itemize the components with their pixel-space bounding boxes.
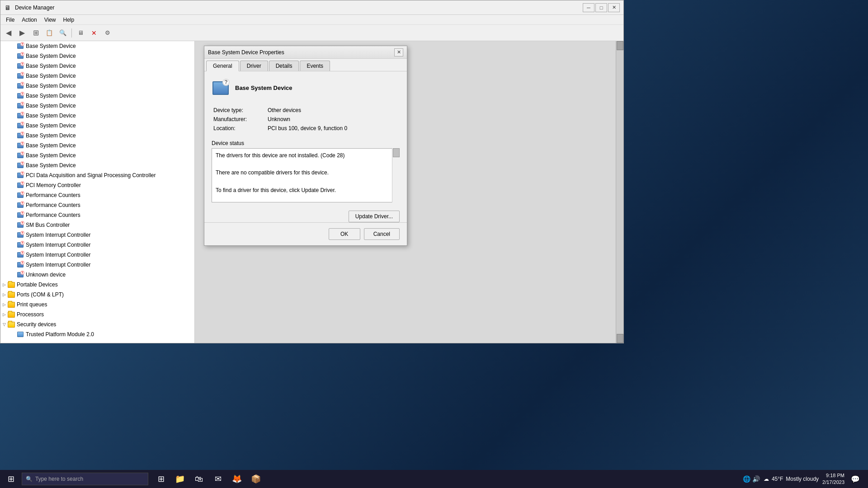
list-item[interactable]: ? Base System Device bbox=[0, 131, 194, 141]
tree-item-label: Ports (COM & LPT) bbox=[17, 291, 64, 298]
device-error-icon: ? bbox=[17, 231, 24, 239]
tree-item-label: Base System Device bbox=[26, 113, 76, 119]
tree-panel[interactable]: ? Base System Device ? Base System Devic… bbox=[0, 41, 195, 343]
device-error-icon: ? bbox=[17, 142, 24, 149]
expand-icon bbox=[9, 261, 17, 268]
list-item[interactable]: ? Base System Device bbox=[0, 91, 194, 101]
tab-events[interactable]: Events bbox=[300, 61, 330, 71]
list-item[interactable]: ? Base System Device bbox=[0, 101, 194, 111]
list-item[interactable]: ? System Interrupt Controller bbox=[0, 240, 194, 250]
list-item[interactable]: ▷ Portable Devices bbox=[0, 280, 194, 290]
tree-item-label: Base System Device bbox=[26, 132, 76, 139]
list-item[interactable]: ? PCI Memory Controller bbox=[0, 180, 194, 190]
tree-item-label: Base System Device bbox=[26, 43, 76, 49]
taskbar-app-task-view[interactable]: ⊞ bbox=[152, 470, 170, 488]
status-scrollbar[interactable] bbox=[392, 148, 400, 202]
tab-driver[interactable]: Driver bbox=[240, 61, 268, 71]
expand-icon bbox=[9, 221, 17, 229]
minimize-button[interactable]: ─ bbox=[583, 3, 594, 12]
list-item[interactable]: ? Base System Device bbox=[0, 81, 194, 91]
expand-icon bbox=[9, 122, 17, 129]
properties-toolbar-btn[interactable]: 📋 bbox=[43, 27, 56, 39]
start-button[interactable]: ⊞ bbox=[2, 470, 20, 488]
list-item[interactable]: ? Base System Device bbox=[0, 121, 194, 131]
menu-help[interactable]: Help bbox=[60, 16, 78, 24]
list-item[interactable]: ? Base System Device bbox=[0, 150, 194, 160]
list-item[interactable]: ? System Interrupt Controller bbox=[0, 260, 194, 270]
taskbar-app-unknown[interactable]: 📦 bbox=[247, 470, 265, 488]
list-item[interactable]: ? Base System Device bbox=[0, 61, 194, 71]
close-button[interactable]: ✕ bbox=[608, 3, 620, 12]
tree-item-label: System Interrupt Controller bbox=[26, 242, 90, 248]
show-device-manager-btn[interactable]: ⊞ bbox=[29, 27, 42, 39]
taskbar-right: 🌐 🔊 ☁ 45°F Mostly cloudy 9:18 PM 2/17/20… bbox=[743, 472, 866, 486]
scan-hardware-btn[interactable]: 🔍 bbox=[57, 27, 69, 39]
main-right-panel: Base System Device Properties ✕ General … bbox=[195, 41, 623, 343]
tab-details[interactable]: Details bbox=[269, 61, 299, 71]
list-item[interactable]: ? Unknown device bbox=[0, 270, 194, 280]
folder-icon bbox=[8, 281, 15, 288]
list-item[interactable]: ? Base System Device bbox=[0, 41, 194, 51]
content-area: ? Base System Device ? Base System Devic… bbox=[0, 41, 623, 343]
disable-device-btn[interactable]: ✕ bbox=[88, 27, 100, 39]
taskbar-app-firefox[interactable]: 🦊 bbox=[228, 470, 246, 488]
status-line-1: The drivers for this device are not inst… bbox=[216, 151, 396, 160]
list-item[interactable]: ? Base System Device bbox=[0, 51, 194, 61]
window-title: Device Manager bbox=[15, 5, 54, 11]
prop-location-value: PCI bus 100, device 9, function 0 bbox=[266, 124, 400, 133]
ok-button[interactable]: OK bbox=[329, 228, 360, 240]
expand-icon bbox=[9, 231, 17, 239]
list-item[interactable]: ? Base System Device bbox=[0, 160, 194, 170]
list-item[interactable]: ? Base System Device bbox=[0, 71, 194, 81]
search-icon: 🔍 bbox=[26, 476, 33, 482]
expand-icon bbox=[9, 82, 17, 89]
expand-icon bbox=[9, 102, 17, 109]
device-header: ? Base System Device bbox=[212, 79, 400, 97]
update-driver-toolbar-btn[interactable]: 🖥 bbox=[74, 27, 87, 39]
status-scroll-thumb[interactable] bbox=[393, 148, 400, 157]
taskbar-apps: ⊞ 📁 🛍 ✉ 🦊 📦 bbox=[152, 470, 265, 488]
device-icon bbox=[17, 331, 24, 338]
tree-item-label: Base System Device bbox=[26, 73, 76, 79]
list-item[interactable]: ? System Interrupt Controller bbox=[0, 230, 194, 240]
device-status-box[interactable]: The drivers for this device are not inst… bbox=[212, 148, 400, 202]
action-toolbar-btn[interactable]: ⚙ bbox=[101, 27, 114, 39]
taskbar-app-store[interactable]: 🛍 bbox=[190, 470, 208, 488]
list-item[interactable]: ▷ Ports (COM & LPT) bbox=[0, 290, 194, 300]
menu-file[interactable]: File bbox=[2, 16, 18, 24]
list-item[interactable]: ? Performance Counters bbox=[0, 200, 194, 210]
list-item[interactable]: ▽ Security devices bbox=[0, 319, 194, 329]
list-item[interactable]: ? System Interrupt Controller bbox=[0, 250, 194, 260]
list-item[interactable]: Trusted Platform Module 2.0 bbox=[0, 329, 194, 339]
device-error-icon: ? bbox=[17, 172, 24, 179]
taskbar-app-file-explorer[interactable]: 📁 bbox=[171, 470, 189, 488]
notification-button[interactable]: 💬 bbox=[848, 472, 863, 486]
list-item[interactable]: ? Base System Device bbox=[0, 111, 194, 121]
expand-icon bbox=[9, 241, 17, 249]
list-item[interactable]: ? Performance Counters bbox=[0, 190, 194, 200]
menu-action[interactable]: Action bbox=[18, 16, 40, 24]
taskbar-app-mail[interactable]: ✉ bbox=[209, 470, 227, 488]
dialog-title: Base System Device Properties bbox=[208, 49, 284, 56]
list-item[interactable]: ? Base System Device bbox=[0, 141, 194, 150]
taskbar: ⊞ 🔍 Type here to search ⊞ 📁 🛍 ✉ 🦊 📦 🌐 🔊 … bbox=[0, 470, 868, 488]
dialog-close-button[interactable]: ✕ bbox=[394, 48, 403, 56]
forward-toolbar-btn[interactable]: ▶ bbox=[16, 27, 28, 39]
list-item[interactable]: ▷ Processors bbox=[0, 310, 194, 319]
list-item[interactable]: ▷ Print queues bbox=[0, 300, 194, 310]
list-item[interactable]: ? Performance Counters bbox=[0, 210, 194, 220]
expand-icon bbox=[9, 202, 17, 209]
search-placeholder: Type here to search bbox=[35, 476, 83, 482]
update-driver-button[interactable]: Update Driver... bbox=[349, 211, 400, 222]
cancel-button[interactable]: Cancel bbox=[364, 228, 400, 240]
maximize-button[interactable]: □ bbox=[595, 3, 607, 12]
device-error-icon: ? bbox=[17, 261, 24, 268]
list-item[interactable]: ? PCI Data Acquisition and Signal Proces… bbox=[0, 170, 194, 180]
device-error-icon: ? bbox=[17, 162, 24, 169]
search-bar[interactable]: 🔍 Type here to search bbox=[22, 473, 148, 485]
tree-item-label: Base System Device bbox=[26, 53, 76, 59]
menu-view[interactable]: View bbox=[41, 16, 60, 24]
tab-general[interactable]: General bbox=[206, 61, 239, 71]
back-toolbar-btn[interactable]: ◀ bbox=[2, 27, 15, 39]
list-item[interactable]: ? SM Bus Controller bbox=[0, 220, 194, 230]
